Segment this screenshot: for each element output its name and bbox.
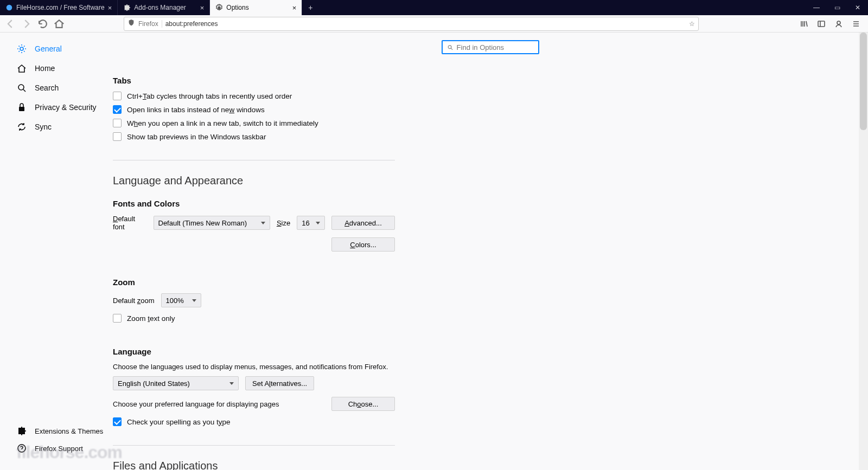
section-heading: Files and Applications	[113, 460, 395, 470]
home-icon	[16, 63, 27, 74]
sidebar-item-privacy[interactable]: Privacy & Security	[16, 102, 108, 113]
close-icon[interactable]: ×	[292, 4, 297, 12]
url-text: about:preferences	[165, 20, 686, 28]
close-icon[interactable]: ×	[200, 4, 205, 12]
content: General Home Search Privacy & Security S…	[0, 33, 868, 470]
section-language-appearance: Language and Appearance Fonts and Colors…	[113, 175, 395, 258]
checkbox-ctrl-tab[interactable]: Ctrl+Tab cycles through tabs in recently…	[113, 92, 395, 100]
font-size-select[interactable]: 16	[297, 216, 325, 230]
lock-icon	[16, 102, 27, 113]
colors-button[interactable]: Colors...	[331, 237, 395, 252]
sidebar-item-label: Firefox Support	[35, 445, 83, 453]
set-alternatives-button[interactable]: Set Alternatives...	[245, 376, 314, 390]
help-icon	[16, 443, 27, 454]
gear-icon	[16, 43, 27, 54]
default-zoom-select[interactable]: 100%	[161, 293, 201, 307]
shield-icon	[127, 19, 135, 28]
default-font-label: Default font	[113, 215, 147, 231]
sidebar-item-label: Search	[35, 83, 59, 92]
favicon-icon	[5, 4, 13, 11]
default-zoom-label: Default zoom	[113, 297, 155, 305]
checkbox-label: Zoom text only	[127, 314, 175, 323]
sidebar-item-home[interactable]: Home	[16, 63, 108, 74]
separator	[113, 445, 395, 446]
gear-icon	[215, 4, 223, 11]
default-zoom-row: Default zoom 100%	[113, 293, 395, 307]
browser-tab-filehorse[interactable]: FileHorse.com / Free Software ×	[0, 0, 118, 15]
browser-tab-addons[interactable]: Add-ons Manager ×	[118, 0, 210, 15]
svg-point-8	[448, 45, 451, 48]
size-label: Size	[277, 219, 290, 227]
checkbox-open-links[interactable]: Open links in tabs instead of new window…	[113, 105, 395, 114]
url-bar[interactable]: Firefox about:preferences ☆	[124, 17, 699, 31]
tab-label: FileHorse.com / Free Software	[16, 4, 105, 11]
language-select-row: English (United States) Set Alternatives…	[113, 376, 395, 390]
back-icon	[4, 18, 16, 30]
browser-tab-options[interactable]: Options ×	[210, 0, 302, 15]
search-input[interactable]	[457, 43, 534, 51]
account-icon[interactable]	[833, 18, 844, 29]
checkbox-icon[interactable]	[113, 314, 122, 323]
svg-rect-6	[19, 107, 24, 111]
forward-icon	[21, 18, 33, 30]
advanced-button[interactable]: Advanced...	[331, 216, 395, 230]
checkbox-label: Ctrl+Tab cycles through tabs in recently…	[127, 92, 292, 100]
preferences-sidebar: General Home Search Privacy & Security S…	[0, 33, 108, 470]
reload-icon[interactable]	[37, 18, 49, 30]
svg-point-4	[20, 47, 23, 50]
checkbox-icon[interactable]	[113, 119, 122, 127]
section-files-apps: Files and Applications	[113, 460, 395, 470]
scrollbar-thumb[interactable]	[860, 33, 867, 130]
checkbox-icon[interactable]	[113, 132, 122, 141]
home-nav-icon[interactable]	[53, 18, 65, 30]
sidebar-item-extensions[interactable]: Extensions & Themes	[16, 426, 103, 436]
maximize-icon[interactable]: ▭	[827, 0, 847, 15]
checkbox-spelling[interactable]: Check your spelling as you type	[113, 417, 395, 426]
choose-lang-row: Choose your preferred language for displ…	[113, 397, 395, 411]
toolbar-right	[799, 18, 861, 29]
scrollbar[interactable]	[859, 33, 868, 470]
section-zoom: Zoom Default zoom 100% Zoom text only	[113, 278, 395, 327]
library-icon[interactable]	[799, 18, 809, 29]
checkbox-label: When you open a link in a new tab, switc…	[127, 119, 318, 127]
svg-point-5	[18, 85, 24, 90]
minimize-icon[interactable]: —	[806, 0, 827, 15]
sidebar-item-search[interactable]: Search	[16, 82, 108, 93]
new-tab-button[interactable]: +	[302, 0, 318, 15]
sidebar-item-support[interactable]: Firefox Support	[16, 443, 103, 454]
checkbox-label: Show tab previews in the Windows taskbar	[127, 133, 266, 141]
preferences-main: Tabs Ctrl+Tab cycles through tabs in rec…	[108, 33, 868, 470]
separator	[113, 160, 395, 160]
sidebar-item-label: Sync	[35, 123, 52, 131]
checkbox-switch-immediate[interactable]: When you open a link in a new tab, switc…	[113, 119, 395, 127]
checkbox-icon[interactable]	[113, 92, 122, 100]
default-font-select[interactable]: Default (Times New Roman)	[154, 216, 270, 230]
bookmark-star-icon[interactable]: ☆	[689, 20, 695, 28]
menu-icon[interactable]	[851, 18, 861, 29]
navbar: Firefox about:preferences ☆	[0, 15, 868, 33]
section-heading: Language and Appearance	[113, 175, 395, 187]
search-input-wrap[interactable]	[442, 40, 539, 54]
close-window-icon[interactable]: ✕	[847, 0, 868, 15]
close-icon[interactable]: ×	[108, 4, 112, 12]
puzzle-icon	[16, 426, 27, 436]
section-language: Language Choose the languages used to di…	[113, 347, 395, 431]
sidebar-item-label: Privacy & Security	[35, 103, 97, 112]
svg-point-0	[7, 5, 12, 11]
sidebar-item-label: Extensions & Themes	[35, 427, 103, 435]
sidebar-item-sync[interactable]: Sync	[16, 121, 108, 132]
window-controls: — ▭ ✕	[806, 0, 868, 15]
sidebar-item-general[interactable]: General	[16, 43, 108, 54]
fonts-row: Default font Default (Times New Roman) S…	[113, 215, 395, 231]
choose-button[interactable]: Choose...	[331, 397, 395, 411]
section-heading: Zoom	[113, 278, 395, 287]
checkbox-taskbar-preview[interactable]: Show tab previews in the Windows taskbar	[113, 132, 395, 141]
checkbox-zoom-text-only[interactable]: Zoom text only	[113, 314, 395, 323]
language-select[interactable]: English (United States)	[113, 376, 239, 390]
checkbox-icon[interactable]	[113, 417, 122, 426]
tab-label: Options	[226, 4, 248, 11]
sync-icon	[16, 121, 27, 132]
sidebar-icon[interactable]	[816, 18, 827, 29]
checkbox-icon[interactable]	[113, 105, 122, 114]
search-icon	[16, 82, 27, 93]
